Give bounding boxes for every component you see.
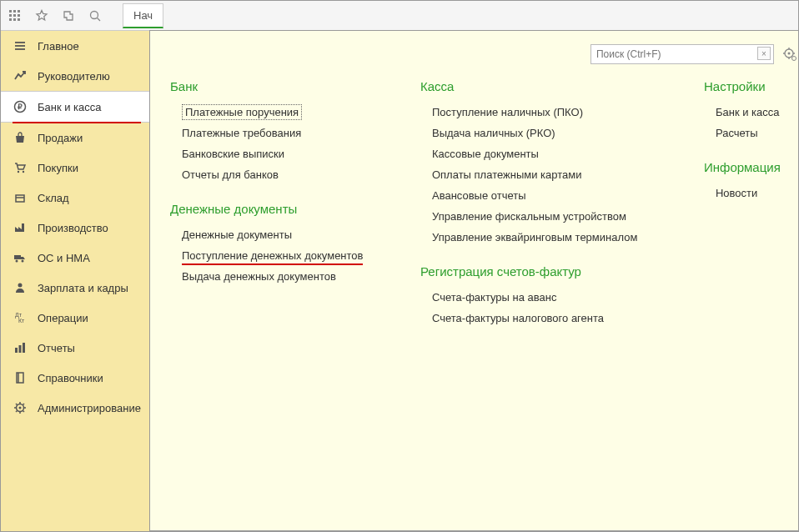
svg-point-17 [23,171,24,173]
sidebar-item-5[interactable]: Склад [1,183,149,213]
list-item: Поступление денежных документов [182,245,387,266]
star-icon[interactable] [34,8,49,23]
svg-line-38 [23,411,25,413]
list-item: Поступление наличных (ПКО) [432,102,671,123]
settings-icon[interactable] [782,47,797,62]
list-item: Управление эквайринговым терминалом [432,227,671,248]
sidebar-item-12[interactable]: Администрирование [1,393,149,423]
link-list: Счета-фактуры на авансСчета-фактуры нало… [432,287,671,329]
section-title[interactable]: Касса [420,79,671,93]
list-item: Банк и касса [716,102,799,123]
sidebar-item-3[interactable]: Продажи [1,123,149,153]
sidebar-item-4[interactable]: Покупки [1,153,149,183]
sidebar-item-label: Склад [38,192,69,204]
truck-icon [13,250,28,265]
svg-line-10 [98,18,101,21]
sidebar: ГлавноеРуководителю₽Банк и кассаПродажиП… [1,31,150,531]
sidebar-item-6[interactable]: Производство [1,213,149,243]
apps-icon[interactable] [8,8,23,23]
list-item: Выдача наличных (РКО) [432,123,671,143]
sidebar-item-label: Зарплата и кадры [38,282,128,294]
svg-rect-7 [13,18,16,21]
main-area: ГлавноеРуководителю₽Банк и кассаПродажиП… [1,31,798,531]
nav-link[interactable]: Банк и касса [716,106,780,118]
svg-line-40 [23,404,25,405]
sidebar-item-11[interactable]: Справочники [1,363,149,393]
nav-link[interactable]: Новости [716,187,757,199]
nav-link[interactable]: Выдача наличных (РКО) [432,127,555,139]
svg-rect-18 [16,195,24,202]
svg-point-32 [19,407,22,409]
list-item: Оплаты платежными картами [432,164,671,185]
column-2: НастройкиБанк и кассаРасчетыИнформацияНо… [704,79,799,329]
svg-rect-5 [18,14,20,17]
sidebar-item-label: Отчеты [38,342,75,354]
sidebar-item-0[interactable]: Главное [1,31,149,61]
history-icon[interactable] [61,8,76,23]
transactions-icon: ДтКт [13,310,28,325]
sidebar-item-8[interactable]: Зарплата и кадры [1,273,149,303]
svg-rect-0 [9,10,12,13]
svg-rect-8 [18,18,20,21]
nav-link[interactable]: Кассовые документы [432,148,539,160]
chart-icon [13,68,28,83]
columns: БанкПлатежные порученияПлатежные требова… [170,79,799,329]
nav-link[interactable]: Денежные документы [182,228,292,241]
sidebar-item-2[interactable]: ₽Банк и касса [1,91,149,123]
sidebar-item-1[interactable]: Руководителю [1,61,149,91]
list-item: Расчеты [716,123,799,143]
nav-link[interactable]: Оплаты платежными картами [432,168,581,181]
sidebar-item-10[interactable]: Отчеты [1,333,149,363]
list-item: Авансовые отчеты [432,185,671,206]
svg-rect-26 [15,348,18,353]
sidebar-item-9[interactable]: ДтКтОперации [1,303,149,333]
top-toolbar: Нач [1,1,798,31]
svg-text:Кт: Кт [18,318,25,324]
sidebar-item-label: Покупки [38,162,78,174]
link-list: Новости [716,183,799,203]
nav-link[interactable]: Отчеты для банков [182,168,279,181]
sidebar-item-label: ОС и НМА [38,252,90,264]
nav-link[interactable]: Управление фискальным устройством [432,210,626,223]
tab-start[interactable]: Нач [123,3,163,28]
sidebar-item-label: Банк и касса [38,101,102,113]
sidebar-item-label: Администрирование [38,402,141,414]
list-item: Платежные требования [182,123,387,143]
nav-link[interactable]: Счета-фактуры налогового агента [432,312,604,324]
section-title[interactable]: Банк [170,79,387,93]
list-item: Отчеты для банков [182,164,387,185]
link-list: Поступление наличных (ПКО)Выдача наличны… [432,102,671,248]
nav-link[interactable]: Платежные требования [182,127,301,139]
link-list: Платежные порученияПлатежные требованияБ… [182,102,387,185]
nav-link[interactable]: Платежные поручения [182,104,302,120]
list-item: Денежные документы [182,224,387,245]
section-title[interactable]: Денежные документы [170,202,387,216]
section-title[interactable]: Информация [704,160,799,174]
svg-rect-27 [19,345,22,353]
search-icon[interactable] [88,8,103,23]
svg-point-22 [22,260,24,263]
svg-rect-29 [17,373,23,383]
list-item: Счета-фактуры налогового агента [432,308,671,329]
bag-icon [13,130,28,145]
nav-link[interactable]: Счета-фактуры на аванс [432,291,557,304]
nav-link[interactable]: Выдача денежных документов [182,270,336,283]
clear-icon[interactable]: × [757,47,771,60]
section-title[interactable]: Настройки [704,79,799,93]
svg-rect-20 [14,255,21,259]
menu-icon [13,38,28,53]
nav-link[interactable]: Поступление денежных документов [182,249,364,265]
bars-icon [13,340,28,355]
nav-link[interactable]: Авансовые отчеты [432,189,526,202]
svg-line-37 [16,404,18,405]
sidebar-item-7[interactable]: ОС и НМА [1,243,149,273]
nav-link[interactable]: Управление эквайринговым терминалом [432,231,637,243]
nav-link[interactable]: Банковские выписки [182,148,284,160]
link-list: Банк и кассаРасчеты [716,102,799,143]
nav-link[interactable]: Поступление наличных (ПКО) [432,106,583,118]
search-input[interactable] [590,44,774,64]
section-title[interactable]: Регистрация счетов-фактур [420,264,671,279]
column-0: БанкПлатежные порученияПлатежные требова… [170,79,387,329]
nav-link[interactable]: Расчеты [716,127,758,139]
gear-icon [13,400,28,415]
